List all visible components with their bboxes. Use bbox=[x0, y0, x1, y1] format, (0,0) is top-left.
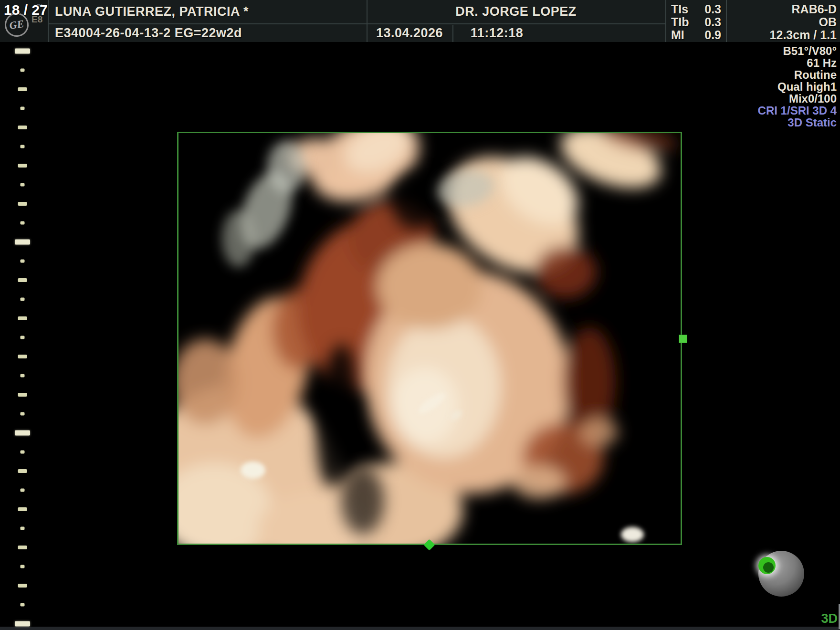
ruler-mark bbox=[18, 393, 27, 397]
trackball-indicator bbox=[756, 549, 807, 599]
exam-time: 11:12:18 bbox=[453, 26, 540, 41]
ruler-mark bbox=[18, 507, 27, 511]
ruler-mark bbox=[21, 412, 25, 416]
mode-label: 3D bbox=[821, 611, 838, 626]
ruler-mark bbox=[21, 298, 25, 301]
mi-value: 0.9 bbox=[704, 28, 721, 42]
header-bar: GE E8 LUNA GUTIERREZ, PATRICIA * E34004-… bbox=[0, 0, 840, 42]
ruler-mark bbox=[21, 489, 25, 492]
ti-row: TIs 0.3 bbox=[665, 2, 726, 15]
param-mix: Mix0/100 bbox=[758, 93, 837, 105]
param-mode: 3D Static bbox=[758, 116, 837, 128]
exam-id: E34004-26-04-13-2 EG=22w2d bbox=[55, 26, 242, 41]
roi-box[interactable] bbox=[177, 132, 682, 545]
acquisition-params: B51°/V80° 61 Hz Routine Qual high1 Mix0/… bbox=[758, 45, 837, 128]
ruler-mark bbox=[18, 546, 27, 549]
ruler-mark bbox=[21, 451, 25, 454]
tis-value: 0.3 bbox=[704, 2, 721, 16]
header-divider bbox=[48, 0, 49, 42]
roi-resize-handle-right[interactable] bbox=[679, 335, 687, 343]
param-quality: Qual high1 bbox=[758, 81, 837, 93]
ruler-mark bbox=[18, 316, 27, 320]
mi-label: MI bbox=[671, 28, 684, 42]
ruler-mark bbox=[21, 183, 25, 187]
ruler-mark bbox=[21, 527, 25, 530]
ruler-mark bbox=[21, 145, 25, 148]
trackball-active-inner bbox=[763, 562, 774, 573]
ruler-mark bbox=[21, 69, 25, 72]
ruler-mark bbox=[15, 430, 30, 436]
ultrasound-screen: GE E8 LUNA GUTIERREZ, PATRICIA * E34004-… bbox=[0, 0, 840, 630]
patient-name: LUNA GUTIERREZ, PATRICIA * bbox=[55, 4, 249, 19]
ruler-mark bbox=[21, 565, 25, 568]
preset-name: OB bbox=[726, 15, 837, 29]
ruler-mark bbox=[18, 469, 27, 473]
param-cri-sri: CRI 1/SRI 3D 4 bbox=[758, 105, 837, 116]
param-preset: Routine bbox=[758, 69, 837, 81]
ruler-mark bbox=[18, 87, 27, 91]
ti-row: MI 0.9 bbox=[665, 28, 726, 41]
param-angle: B51°/V80° bbox=[758, 45, 837, 57]
header-rule bbox=[48, 23, 665, 24]
ruler-mark bbox=[18, 164, 27, 168]
trackball-active-icon bbox=[758, 557, 776, 574]
ti-row: TIb 0.3 bbox=[665, 15, 726, 28]
ruler-mark bbox=[21, 221, 25, 225]
ruler-mark bbox=[18, 202, 27, 206]
tib-value: 0.3 bbox=[704, 15, 721, 29]
tis-label: TIs bbox=[671, 2, 688, 16]
exam-date: 13.04.2026 bbox=[367, 26, 452, 41]
ruler-mark bbox=[18, 126, 27, 129]
param-rate: 61 Hz bbox=[758, 57, 837, 69]
ruler-mark bbox=[18, 355, 27, 358]
ruler-mark bbox=[21, 603, 25, 607]
ruler-mark bbox=[21, 260, 25, 263]
bottom-bar bbox=[0, 627, 840, 630]
ruler-mark bbox=[15, 621, 30, 627]
ruler-mark bbox=[15, 240, 30, 245]
depth-frequency: 12.3cm / 1.1 bbox=[726, 28, 837, 42]
ruler-mark bbox=[15, 49, 30, 54]
image-counter: 18 / 27 bbox=[4, 2, 48, 18]
ruler-mark bbox=[21, 374, 25, 378]
ruler-mark bbox=[21, 107, 25, 110]
ruler-mark bbox=[21, 336, 25, 339]
ruler-mark bbox=[18, 278, 27, 282]
physician-name: DR. JORGE LOPEZ bbox=[368, 4, 664, 19]
depth-ruler bbox=[0, 0, 43, 630]
ruler-mark bbox=[18, 584, 27, 588]
tib-label: TIb bbox=[671, 15, 689, 29]
probe-name: RAB6-D bbox=[726, 2, 837, 16]
